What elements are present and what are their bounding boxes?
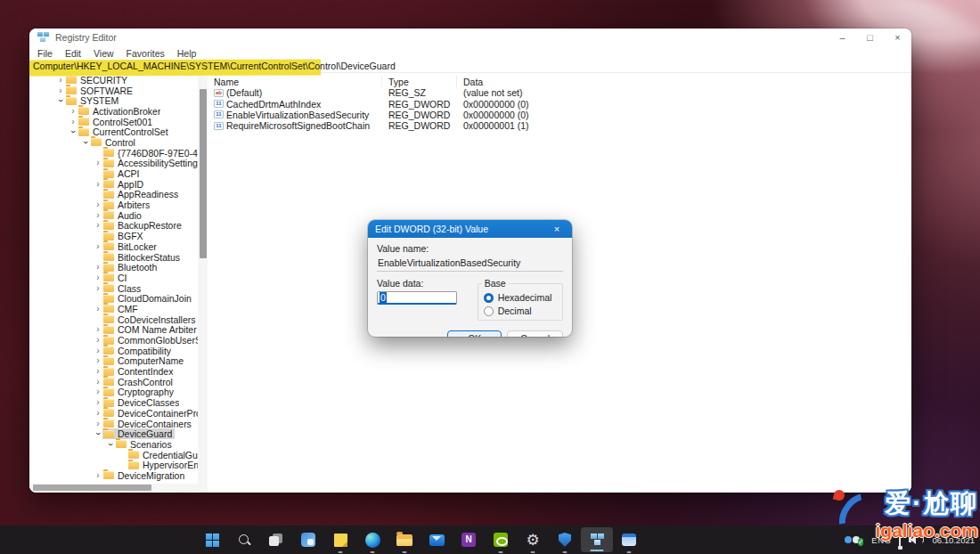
expand-chevron-icon[interactable]: › (94, 367, 102, 376)
tree-item-clouddomainjoin[interactable]: ›CloudDomainJoin (29, 293, 198, 304)
menu-item-file[interactable]: File (31, 48, 59, 59)
file-explorer-icon[interactable] (388, 525, 421, 554)
tree-item-crashcontrol[interactable]: ›CrashControl (29, 377, 198, 387)
tree-item-deviceguard[interactable]: ›DeviceGuard (29, 428, 198, 439)
network-icon[interactable] (899, 531, 901, 548)
expand-chevron-icon[interactable]: › (94, 325, 102, 334)
tree-item-arbiters[interactable]: ›Arbiters (29, 200, 198, 210)
tree-item-activationbroker[interactable]: ›ActivationBroker (29, 106, 198, 117)
tree-item-cryptography[interactable]: ›Cryptography (29, 387, 198, 398)
expand-chevron-icon[interactable]: › (94, 242, 102, 251)
expand-chevron-icon[interactable]: › (94, 387, 102, 396)
expand-chevron-icon[interactable]: › (94, 305, 102, 314)
collapse-chevron-icon[interactable]: › (81, 138, 90, 147)
window-titlebar[interactable]: Registry Editor – □ × (29, 29, 911, 46)
tree-item-bgfx[interactable]: ›BGFX (29, 231, 198, 241)
cancel-button[interactable]: Cancel (507, 330, 563, 337)
radio-selected-icon[interactable] (484, 293, 494, 303)
ok-button[interactable]: OK (447, 330, 502, 337)
system-config-icon[interactable] (613, 525, 645, 554)
tree-item-codeviceinstallers[interactable]: ›CoDeviceInstallers (29, 314, 198, 325)
tree-item-hypervisorenforcedcod[interactable]: ›HypervisorEnforcedCod (29, 460, 198, 470)
registry-editor-icon[interactable] (581, 527, 613, 552)
column-header-type[interactable]: Type (382, 76, 457, 87)
tree-item-cmf[interactable]: ›CMF (29, 304, 198, 314)
close-button[interactable]: × (884, 29, 911, 46)
windows-security-icon[interactable] (549, 525, 581, 554)
scrollbar-thumb[interactable] (200, 89, 207, 258)
tree-item-scenarios[interactable]: ›Scenarios (29, 439, 198, 450)
column-header-data[interactable]: Data (457, 76, 911, 87)
expand-chevron-icon[interactable]: › (94, 273, 102, 282)
expand-chevron-icon[interactable]: › (94, 356, 102, 365)
expand-chevron-icon[interactable]: › (94, 336, 102, 345)
menu-item-favorites[interactable]: Favorites (120, 48, 171, 59)
tree-item-credentialguard[interactable]: ›CredentialGuard (29, 450, 198, 460)
tree-item-system[interactable]: ›SYSTEM (29, 95, 198, 106)
tree-item-acpi[interactable]: ›ACPI (29, 168, 198, 179)
tree-item-ci[interactable]: ›CI (29, 273, 198, 283)
dialog-close-button[interactable]: × (549, 224, 565, 234)
collapse-chevron-icon[interactable]: › (56, 96, 65, 105)
tree-item-7746d80f-97e0-4e26-9543[interactable]: ›{7746D80F-97E0-4E26-9543- (29, 148, 198, 159)
value-row-default[interactable]: ab(Default)REG_SZ(value not set) (208, 87, 911, 98)
hexadecimal-radio[interactable]: Hexadecimal (484, 292, 557, 303)
tree-horizontal-scrollbar[interactable] (29, 484, 208, 492)
tree-item-audio[interactable]: ›Audio (29, 210, 198, 221)
sticky-notes-icon[interactable] (324, 525, 356, 554)
task-view-icon[interactable] (260, 525, 292, 554)
tree-item-bitlockerstatus[interactable]: ›BitlockerStatus (29, 252, 198, 263)
tree-item-control[interactable]: ›Control (29, 137, 198, 148)
tree-item-appid[interactable]: ›AppID (29, 179, 198, 190)
expand-chevron-icon[interactable]: › (56, 76, 65, 85)
expand-chevron-icon[interactable]: › (94, 378, 102, 387)
tree-item-security[interactable]: ›SECURITY (29, 75, 198, 86)
clock-date[interactable]: 06.10.2021 (932, 535, 975, 545)
collapse-chevron-icon[interactable]: › (106, 440, 115, 449)
menu-item-help[interactable]: Help (171, 48, 203, 59)
expand-chevron-icon[interactable]: › (94, 211, 102, 220)
maximize-button[interactable]: □ (856, 29, 884, 46)
tree-item-currentcontrolset[interactable]: ›CurrentControlSet (29, 126, 198, 137)
expand-chevron-icon[interactable]: › (94, 284, 102, 293)
tree-item-backuprestore[interactable]: ›BackupRestore (29, 221, 198, 232)
system-tray[interactable]: ✓ ENG 06.10.2021 (842, 525, 975, 554)
decimal-radio[interactable]: Decimal (484, 306, 557, 316)
search-icon[interactable] (228, 525, 260, 554)
radio-unselected-icon[interactable] (484, 306, 494, 316)
tree-item-computername[interactable]: ›ComputerName (29, 356, 198, 367)
address-path[interactable]: Computer\HKEY_LOCAL_MACHINE\SYSTEM\Curre… (33, 61, 396, 71)
collapse-chevron-icon[interactable]: › (69, 127, 78, 136)
dialog-titlebar[interactable]: Edit DWORD (32-bit) Value × (368, 220, 572, 238)
tree-item-commonglobusersettings[interactable]: ›CommonGlobUserSettings (29, 335, 198, 346)
tree-item-bluetooth[interactable]: ›Bluetooth (29, 262, 198, 273)
expand-chevron-icon[interactable]: › (94, 180, 102, 189)
tree-item-devicemigration[interactable]: ›DeviceMigration (29, 470, 198, 481)
tree-item-compatibility[interactable]: ›Compatibility (29, 346, 198, 356)
widgets-icon[interactable] (292, 525, 324, 554)
menu-item-view[interactable]: View (87, 48, 120, 59)
tree-item-com-name-arbiter[interactable]: ›COM Name Arbiter (29, 325, 198, 336)
value-row-cacheddrtmauthindex[interactable]: 11CachedDrtmAuthIndexREG_DWORD0x00000000… (208, 98, 911, 109)
value-data-input[interactable]: 0 (377, 291, 457, 305)
expand-chevron-icon[interactable]: › (94, 221, 102, 230)
scrollbar-thumb[interactable] (33, 485, 151, 491)
edge-icon[interactable] (356, 525, 388, 554)
onenote-icon[interactable] (453, 525, 485, 554)
tree-item-class[interactable]: ›Class (29, 283, 198, 294)
start-icon[interactable] (196, 525, 228, 554)
tree-item-controlset001[interactable]: ›ControlSet001 (29, 117, 198, 127)
value-row-requiremicrosoftsignedbootchain[interactable]: 11RequireMicrosoftSignedBootChainREG_DWO… (208, 120, 911, 131)
language-indicator[interactable]: ENG (871, 535, 891, 545)
mail-icon[interactable] (421, 525, 453, 554)
expand-chevron-icon[interactable]: › (94, 420, 102, 428)
expand-chevron-icon[interactable]: › (94, 200, 102, 209)
expand-chevron-icon[interactable]: › (69, 107, 78, 116)
value-row-enablevirtualizationbasedsecurity[interactable]: 11EnableVirtualizationBasedSecurityREG_D… (208, 110, 911, 120)
tree-item-contentindex[interactable]: ›ContentIndex (29, 366, 198, 377)
expand-chevron-icon[interactable]: › (94, 346, 102, 355)
volume-icon[interactable] (909, 534, 922, 545)
tree-item-accessibilitysettings[interactable]: ›AccessibilitySettings (29, 159, 198, 169)
settings-icon[interactable]: ⚙ (517, 525, 549, 554)
expand-chevron-icon[interactable]: › (94, 471, 102, 480)
